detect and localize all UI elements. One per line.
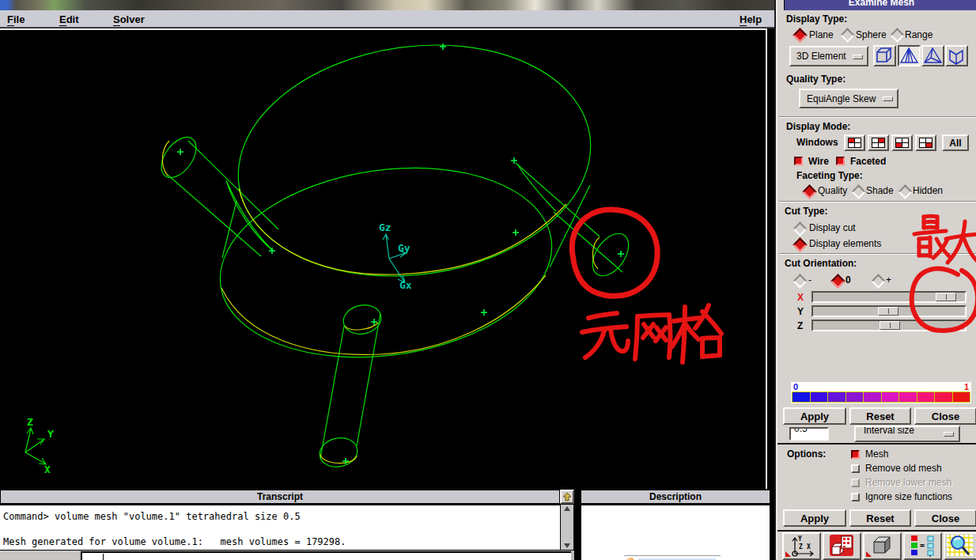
remove-lower-mesh-label: Remove lower mesh [865, 477, 951, 488]
radio-range-label[interactable]: Range [905, 29, 932, 40]
quality-type-menu[interactable]: EquiAngle Skew [799, 89, 898, 108]
command-input[interactable] [81, 551, 571, 560]
colorbar-cell [899, 392, 917, 402]
radio-quality[interactable] [802, 184, 816, 199]
colorbar-min: 0 [793, 382, 798, 392]
wire-label[interactable]: Wire [808, 156, 829, 167]
menu-solver[interactable]: Solver [113, 13, 145, 25]
orient-model-button[interactable]: Y Z X [782, 532, 821, 560]
quality-type-label: Quality Type: [786, 74, 845, 85]
radio-plus[interactable] [871, 274, 885, 288]
window-quad-icon [895, 138, 909, 148]
scroll-down-icon[interactable] [564, 543, 570, 548]
radio-hidden-label[interactable]: Hidden [913, 185, 943, 196]
dropdown-corner-icon [785, 551, 791, 557]
graphics-viewport[interactable]: Gz Gy Gx Z Y X [0, 28, 767, 489]
menu-file[interactable]: File [7, 13, 25, 25]
panel-title: Examine Mesh [785, 0, 976, 8]
mesh-checkbox-label[interactable]: Mesh [865, 448, 888, 460]
radio-shade[interactable] [851, 184, 865, 199]
radio-minus-label[interactable]: - [808, 274, 811, 286]
radio-hidden[interactable] [898, 184, 912, 199]
radio-display-elements-label[interactable]: Display elements [809, 238, 881, 249]
radio-zero[interactable] [830, 274, 845, 288]
slider-x-handle[interactable] [936, 293, 956, 301]
color-code-button[interactable]: = [903, 532, 942, 560]
reset-button-2[interactable]: Reset [849, 509, 911, 527]
ignore-size-functions-checkbox[interactable] [851, 493, 860, 501]
wire-checkbox[interactable] [794, 157, 803, 165]
radio-plus-label[interactable]: + [886, 274, 891, 286]
element-tet-button[interactable] [898, 45, 921, 66]
window-all-label: All [949, 138, 961, 149]
radio-range[interactable] [890, 28, 904, 42]
slider-z-handle[interactable] [880, 321, 900, 330]
radio-quality-label[interactable]: Quality [818, 185, 847, 196]
menu-edit[interactable]: Edit [59, 13, 79, 25]
colorbar-cell [882, 392, 900, 402]
radio-display-elements[interactable] [793, 237, 807, 252]
element-wedge-button[interactable] [945, 45, 968, 66]
close-button-2[interactable]: Close [914, 509, 976, 527]
cut-orientation-label: Cut Orientation: [785, 258, 857, 269]
window-lower-right-button[interactable] [915, 134, 936, 151]
radio-zero-label[interactable]: 0 [845, 274, 851, 286]
apply-button[interactable]: Apply [783, 407, 846, 425]
radio-display-cut-label[interactable]: Display cut [809, 222, 856, 233]
element-hex-button[interactable] [873, 45, 896, 66]
wedge-element-icon [947, 47, 967, 65]
radio-minus[interactable] [793, 274, 807, 288]
examine-mesh-button[interactable] [944, 532, 976, 560]
transcript-scrollbar[interactable] [560, 504, 574, 551]
slider-z-track[interactable] [811, 320, 967, 331]
reset-button[interactable]: Reset [849, 407, 911, 425]
reset-label: Reset [866, 513, 894, 524]
interval-size-menu[interactable]: Interval size [854, 426, 960, 442]
scroll-up-icon[interactable] [564, 506, 570, 511]
window-all-button[interactable]: All [942, 134, 969, 151]
render-model-button[interactable] [863, 532, 902, 560]
menu-help[interactable]: Help [740, 13, 762, 25]
slider-y-handle[interactable] [878, 307, 898, 316]
option-menu-glyph [944, 432, 954, 437]
display-attributes-icon [824, 534, 858, 557]
close-label: Close [932, 411, 959, 422]
radio-sphere-label[interactable]: Sphere [856, 29, 887, 40]
remove-old-mesh-label[interactable]: Remove old mesh [865, 463, 942, 474]
menu-bar: File Edit Solver Help [0, 10, 776, 28]
remove-old-mesh-checkbox[interactable] [851, 464, 860, 473]
window-quad-icon [919, 138, 932, 148]
radio-display-cut[interactable] [793, 221, 807, 236]
display-attributes-button[interactable] [823, 532, 861, 560]
colorbar-cell [811, 392, 829, 402]
reset-label: Reset [866, 411, 894, 422]
radio-plane[interactable] [793, 28, 807, 42]
transcript-header: Transcript [0, 490, 560, 504]
window-upper-left-button[interactable] [844, 134, 865, 151]
mesh-size-field[interactable]: 0.5 [789, 427, 829, 441]
slider-y-track[interactable] [811, 305, 967, 317]
faceted-checkbox[interactable] [836, 157, 845, 165]
apply-button-2[interactable]: Apply [783, 509, 846, 527]
corner-axis-x-label: X [44, 464, 51, 475]
element-type-menu[interactable]: 3D Element [789, 46, 868, 66]
close-button[interactable]: Close [914, 407, 976, 425]
ignore-size-functions-label[interactable]: Ignore size functions [865, 491, 952, 502]
radio-sphere[interactable] [840, 28, 854, 42]
window-upper-right-button[interactable] [868, 134, 889, 151]
faceted-label[interactable]: Faceted [850, 156, 886, 167]
transcript-expand-button[interactable] [560, 490, 574, 504]
hex-element-icon [875, 47, 895, 65]
radio-plane-label[interactable]: Plane [809, 29, 834, 40]
radio-shade-label[interactable]: Shade [866, 185, 894, 196]
element-pyramid-button[interactable] [921, 45, 944, 66]
up-arrow-icon [562, 492, 572, 501]
slider-x-track[interactable] [811, 291, 967, 303]
window-lower-left-button[interactable] [891, 134, 913, 151]
yellow-edges [162, 141, 600, 464]
wireframe-model: Gz Gy Gx Z Y X [0, 30, 766, 489]
separator [779, 253, 976, 255]
pyramid-element-icon [923, 47, 943, 65]
panel-title-bar[interactable]: Examine Mesh [784, 0, 976, 10]
mesh-checkbox[interactable] [851, 450, 860, 459]
